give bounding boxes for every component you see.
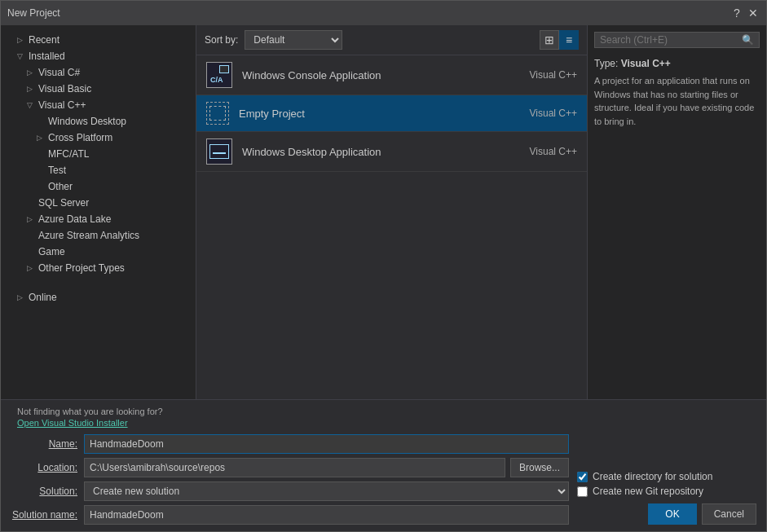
open-installer-link[interactable]: Open Visual Studio Installer — [11, 418, 756, 428]
type-prefix-label: Type: — [594, 58, 618, 69]
sidebar-label-recent: Recent — [29, 34, 60, 46]
name-label: Name: — [11, 438, 84, 450]
title-controls: ? ✕ — [730, 7, 760, 20]
arrow-cp: ▷ — [37, 134, 45, 142]
new-project-dialog: New Project ? ✕ ▷ Recent ▽ Installed — [0, 0, 767, 532]
sidebar-item-visual-csharp[interactable]: ▷ Visual C# — [1, 64, 196, 81]
sidebar-item-windows-desktop[interactable]: Windows Desktop — [1, 113, 196, 130]
type-row: Type: Visual C++ — [594, 58, 760, 69]
arrow-basic: ▷ — [27, 85, 35, 93]
project-item-empty[interactable]: Empty Project Visual C++ — [196, 95, 587, 132]
create-directory-checkbox[interactable] — [577, 472, 588, 482]
empty-project-icon — [206, 102, 229, 125]
dialog-body: ▷ Recent ▽ Installed ▷ Visual C# ▷ Visua… — [1, 25, 766, 531]
toolbar: Sort by: Default ⊞ ≡ — [196, 25, 587, 55]
sidebar-item-mfc-atl[interactable]: MFC/ATL — [1, 146, 196, 162]
solution-name-input[interactable] — [84, 505, 569, 525]
create-git-label[interactable]: Create new Git repository — [593, 486, 703, 497]
solution-name-label: Solution name: — [11, 509, 84, 521]
arrow-sql — [27, 199, 35, 207]
sidebar-label-cross-platform: Cross Platform — [48, 132, 112, 143]
sidebar-item-installed[interactable]: ▽ Installed — [1, 48, 196, 64]
sidebar-item-azure-stream-analytics[interactable]: Azure Stream Analytics — [1, 227, 196, 244]
project-lang-windows-console: Visual C++ — [530, 69, 577, 81]
sidebar-item-sql-server[interactable]: SQL Server — [1, 195, 196, 211]
sidebar-label-azure-stream-analytics: Azure Stream Analytics — [38, 230, 139, 241]
checkboxes-area: Create directory for solution Create new… — [577, 468, 756, 497]
project-lang-empty: Visual C++ — [530, 108, 577, 119]
sidebar-label-game: Game — [38, 246, 65, 257]
arrow-wd — [37, 117, 45, 125]
location-row: Browse... — [84, 458, 569, 477]
project-item-windows-desktop-app[interactable]: Windows Desktop Application Visual C++ — [196, 132, 587, 172]
windows-console-icon: C/A — [206, 62, 232, 88]
sidebar-item-online[interactable]: ▷ Online — [1, 289, 196, 306]
solution-label: Solution: — [11, 486, 84, 497]
title-bar: New Project ? ✕ — [1, 1, 766, 25]
sidebar-item-visual-basic[interactable]: ▷ Visual Basic — [1, 81, 196, 97]
search-input[interactable] — [600, 34, 742, 46]
sidebar-label-online: Online — [29, 292, 57, 303]
dialog-title: New Project — [7, 7, 60, 19]
sidebar-label-installed: Installed — [29, 51, 65, 62]
list-view-button[interactable]: ≡ — [559, 30, 579, 50]
sidebar-item-other[interactable]: Other — [1, 178, 196, 195]
arrow-mfc — [37, 150, 45, 158]
sidebar-label-csharp: Visual C# — [38, 67, 80, 78]
sidebar-item-visual-cpp[interactable]: ▽ Visual C++ — [1, 97, 196, 113]
location-input[interactable] — [84, 458, 505, 477]
center-panel: Sort by: Default ⊞ ≡ C/A — [196, 25, 587, 399]
project-name-windows-console: Windows Console Application — [242, 69, 381, 81]
sidebar-item-other-project-types[interactable]: ▷ Other Project Types — [1, 260, 196, 276]
sidebar-item-game[interactable]: Game — [1, 244, 196, 260]
project-item-windows-console[interactable]: C/A Windows Console Application Visual C… — [196, 55, 587, 95]
sidebar-item-cross-platform[interactable]: ▷ Cross Platform — [1, 130, 196, 146]
windows-desktop-app-icon — [206, 138, 232, 165]
create-git-row: Create new Git repository — [577, 486, 756, 497]
sidebar-label-azure-data-lake: Azure Data Lake — [38, 213, 111, 225]
sidebar-label-other: Other — [48, 181, 73, 192]
main-area: ▷ Recent ▽ Installed ▷ Visual C# ▷ Visua… — [1, 25, 766, 399]
browse-button[interactable]: Browse... — [510, 458, 569, 477]
arrow-online: ▷ — [17, 293, 25, 301]
arrow-recent: ▷ — [17, 36, 25, 44]
ok-cancel-buttons: OK Cancel — [577, 503, 756, 525]
cancel-button[interactable]: Cancel — [702, 503, 756, 525]
project-name-windows-desktop-app: Windows Desktop Application — [242, 146, 381, 158]
arrow-opt: ▷ — [27, 264, 35, 272]
not-finding-text: Not finding what you are looking for? — [11, 407, 756, 416]
project-name-empty: Empty Project — [239, 108, 305, 120]
grid-view-button[interactable]: ⊞ — [540, 30, 559, 50]
arrow-cpp: ▽ — [27, 101, 35, 109]
sidebar-item-test[interactable]: Test — [1, 162, 196, 178]
sidebar-item-recent[interactable]: ▷ Recent — [1, 32, 196, 48]
help-button[interactable]: ? — [730, 7, 743, 20]
arrow-csharp: ▷ — [27, 68, 35, 77]
arrow-installed: ▽ — [17, 52, 25, 60]
sort-select[interactable]: Default — [245, 30, 342, 50]
sidebar-label-windows-desktop: Windows Desktop — [48, 116, 126, 127]
arrow-adl: ▷ — [27, 215, 35, 223]
form-grid: Name: Location: Browse... Solution: Crea… — [11, 434, 569, 525]
create-git-checkbox[interactable] — [577, 486, 588, 497]
search-box: 🔍 — [594, 32, 760, 48]
sidebar: ▷ Recent ▽ Installed ▷ Visual C# ▷ Visua… — [1, 25, 196, 399]
sidebar-item-azure-data-lake[interactable]: ▷ Azure Data Lake — [1, 211, 196, 227]
sort-label: Sort by: — [205, 34, 238, 46]
type-value: Visual C++ — [621, 58, 671, 69]
project-lang-windows-desktop-app: Visual C++ — [530, 146, 577, 157]
ok-button[interactable]: OK — [648, 503, 696, 525]
name-input[interactable] — [84, 434, 569, 454]
arrow-other — [37, 182, 45, 191]
sidebar-label-test: Test — [48, 165, 66, 176]
create-directory-label[interactable]: Create directory for solution — [593, 471, 712, 482]
sidebar-label-mfc-atl: MFC/ATL — [48, 148, 89, 160]
sidebar-label-basic: Visual Basic — [38, 83, 91, 95]
project-list: C/A Windows Console Application Visual C… — [196, 55, 587, 399]
solution-select[interactable]: Create new solution Add to solution — [84, 481, 569, 501]
sidebar-label-sql-server: SQL Server — [38, 197, 89, 209]
arrow-asa — [27, 231, 35, 240]
bottom-form: Not finding what you are looking for? Op… — [1, 399, 766, 531]
close-button[interactable]: ✕ — [747, 7, 760, 20]
arrow-test — [37, 166, 45, 174]
